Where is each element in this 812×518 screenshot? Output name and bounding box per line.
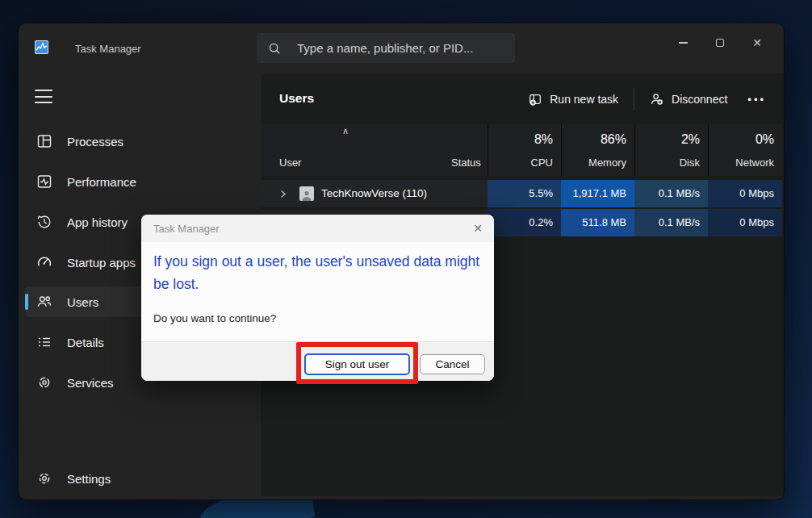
details-icon [36,334,52,350]
page-title: Users [279,91,314,106]
memory-value: 511.8 MB [561,209,634,236]
sort-ascending-icon: ∧ [342,126,349,136]
close-button[interactable]: ✕ [739,30,776,56]
search-icon [268,42,281,55]
cancel-button[interactable]: Cancel [420,354,485,374]
disconnect-label: Disconnect [672,93,727,106]
gear-icon [36,470,52,487]
user-name: TechKnowVerse (110) [321,180,427,207]
cpu-value: 5.5% [488,180,561,207]
dialog-question: Do you want to continue? [153,312,276,324]
cpu-total-percent: 8% [534,132,553,147]
minimize-icon [679,42,688,44]
sidebar-item-label: Users [67,295,98,309]
close-icon: ✕ [752,37,762,48]
disconnect-user-icon [650,92,664,107]
cpu-value: 0.2% [488,209,561,236]
maximize-icon [716,39,724,47]
sidebar-item-label: Startup apps [67,256,136,269]
window-title: Task Manager [75,43,141,55]
selected-accent-pill [25,294,28,310]
processes-icon [36,133,52,149]
search-placeholder: Type a name, publisher, or PID... [297,41,473,55]
disconnect-button[interactable]: Disconnect [647,87,730,111]
sidebar-item-label: Services [67,376,114,390]
minimize-button[interactable] [664,30,701,56]
task-manager-logo-icon [35,40,48,54]
startup-apps-icon [36,254,52,270]
user-avatar [299,186,314,201]
chevron-right-icon[interactable] [280,190,287,198]
toolbar-separator [634,88,634,111]
performance-icon [36,173,52,190]
sidebar-item-label: App history [67,215,128,229]
status-cell [441,180,488,207]
memory-total-percent: 86% [601,132,626,147]
disk-value: 0.1 MB/s [634,209,708,236]
disk-total-percent: 2% [681,132,700,147]
sidebar-item-performance[interactable]: Performance [25,166,254,197]
table-header: ∧ User Status 8% CPU 86% Memory 2% Disk … [261,124,782,176]
sidebar-item-label: Processes [67,135,123,148]
user-cell[interactable]: TechKnowVerse (110) [261,180,441,207]
column-header-disk[interactable]: 2% Disk [634,124,708,176]
more-options-icon: ••• [747,94,766,106]
run-new-task-label: Run new task [550,93,618,106]
app-history-icon [36,214,52,230]
sidebar-item-processes[interactable]: Processes [25,126,254,157]
hamburger-icon [35,90,52,91]
sidebar-item-label: Performance [67,175,136,189]
network-total-percent: 0% [755,132,774,147]
toolbar: Run new task Disconnect ••• [525,83,771,115]
maximize-button[interactable] [701,30,739,56]
dialog-titlebar: Task Manager ✕ [141,215,494,242]
network-value: 0 Mbps [708,209,782,236]
memory-value: 1,917.1 MB [561,180,634,207]
column-header-network[interactable]: 0% Network [708,124,782,176]
annotation-highlight [296,342,418,384]
sidebar-item-settings[interactable]: Settings [25,463,254,494]
menu-toggle-button[interactable] [35,90,52,103]
disk-value: 0.1 MB/s [634,180,708,207]
table-row[interactable]: TechKnowVerse (110) 5.5% 1,917.1 MB 0.1 … [261,180,782,207]
network-value: 0 Mbps [708,180,782,207]
run-new-task-button[interactable]: Run new task [525,87,622,111]
dialog-close-icon[interactable]: ✕ [473,222,483,235]
sidebar-item-label: Settings [67,472,111,486]
users-icon [36,294,52,310]
search-input[interactable]: Type a name, publisher, or PID... [257,33,515,63]
column-header-user[interactable]: ∧ User [261,124,441,176]
services-icon [36,374,52,391]
sidebar-item-label: Details [67,336,104,349]
column-header-cpu[interactable]: 8% CPU [488,124,561,176]
column-header-status[interactable]: Status [441,124,488,176]
new-task-icon [528,92,542,107]
dialog-title: Task Manager [153,223,220,235]
more-options-button[interactable]: ••• [743,94,771,106]
window-controls: ✕ [664,30,776,56]
dialog-heading: If you sign out a user, the user's unsav… [153,250,483,295]
column-header-memory[interactable]: 86% Memory [561,124,634,176]
